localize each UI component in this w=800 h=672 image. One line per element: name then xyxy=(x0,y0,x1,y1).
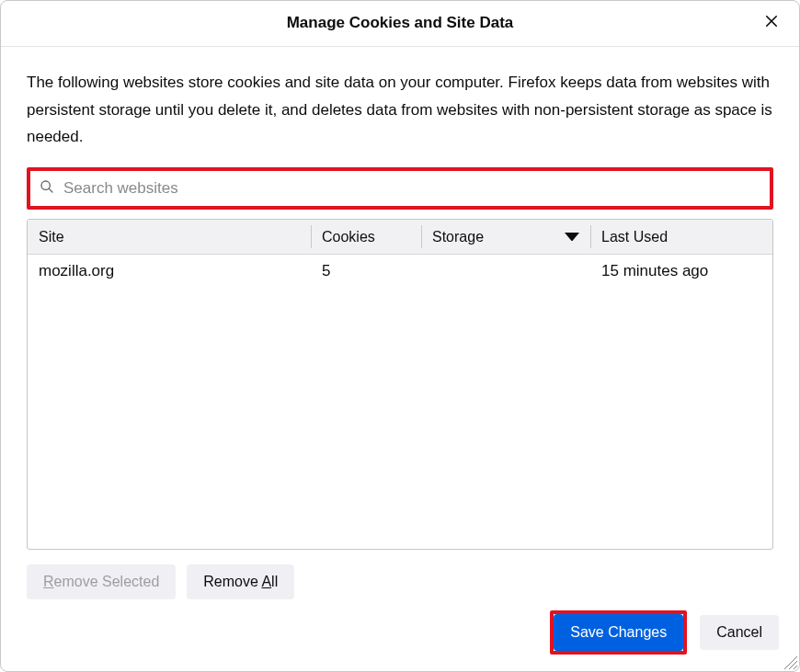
resize-grip[interactable] xyxy=(781,653,797,669)
button-label-post: ll xyxy=(271,574,278,589)
cell-last-used: 15 minutes ago xyxy=(590,262,772,280)
button-label-pre: Remove xyxy=(203,574,261,589)
column-label: Last Used xyxy=(601,229,668,245)
save-highlight: Save Changes xyxy=(550,610,687,655)
remove-all-button[interactable]: Remove All xyxy=(187,564,294,599)
svg-line-7 xyxy=(794,666,797,669)
column-storage[interactable]: Storage xyxy=(421,220,590,254)
column-label: Site xyxy=(39,229,64,245)
description-text: The following websites store cookies and… xyxy=(27,69,773,151)
svg-line-6 xyxy=(789,661,797,669)
sort-indicator-icon xyxy=(565,230,579,245)
mnemonic: R xyxy=(43,574,54,589)
column-label: Cookies xyxy=(322,229,375,245)
titlebar: Manage Cookies and Site Data xyxy=(1,1,799,47)
column-last-used[interactable]: Last Used xyxy=(590,220,772,254)
cancel-button[interactable]: Cancel xyxy=(700,615,779,650)
dialog-footer: Save Changes Cancel xyxy=(1,599,799,671)
table-header: Site Cookies Storage Last Used xyxy=(28,220,772,255)
resize-grip-icon xyxy=(781,656,797,672)
action-row: Remove Selected Remove All xyxy=(27,550,773,599)
close-button[interactable] xyxy=(760,12,783,34)
search-field[interactable] xyxy=(30,171,770,206)
dialog-title: Manage Cookies and Site Data xyxy=(287,14,514,32)
button-label-rest: emove Selected xyxy=(54,574,160,589)
column-site[interactable]: Site xyxy=(28,220,311,254)
cookies-dialog: Manage Cookies and Site Data The followi… xyxy=(0,0,800,672)
save-changes-button[interactable]: Save Changes xyxy=(554,614,683,651)
search-highlight xyxy=(27,167,773,210)
table-body: mozilla.org 5 15 minutes ago xyxy=(28,255,772,549)
search-icon xyxy=(40,179,54,198)
mnemonic: A xyxy=(261,574,271,589)
column-label: Storage xyxy=(432,229,484,245)
cell-cookies: 5 xyxy=(311,262,421,280)
site-data-table: Site Cookies Storage Last Used mozilla. xyxy=(27,219,773,550)
column-cookies[interactable]: Cookies xyxy=(311,220,421,254)
svg-marker-4 xyxy=(565,233,579,242)
table-row[interactable]: mozilla.org 5 15 minutes ago xyxy=(28,255,772,288)
cell-site: mozilla.org xyxy=(28,262,311,280)
close-icon xyxy=(763,13,780,33)
remove-selected-button[interactable]: Remove Selected xyxy=(27,564,176,599)
svg-line-3 xyxy=(49,188,52,192)
search-input[interactable] xyxy=(62,178,760,199)
